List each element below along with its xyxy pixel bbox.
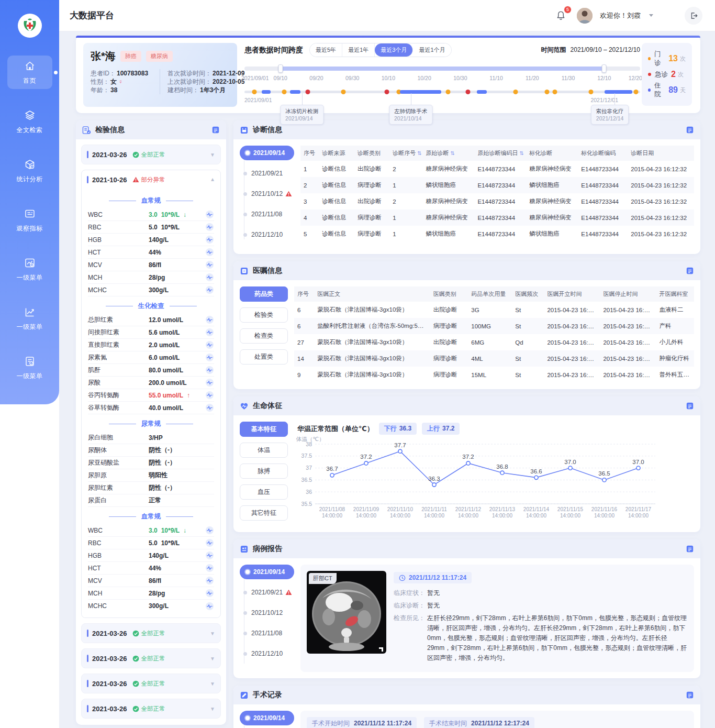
lab-row: RBC5.010*9/L — [88, 537, 214, 549]
report-date-2021/12/10[interactable]: 2021/12/10 — [241, 646, 294, 661]
lab-date-card-header[interactable]: 2021-03-26全部正常▼ — [82, 674, 220, 693]
sidebar-item-一级菜单-6[interactable]: 一级菜单 — [7, 351, 52, 384]
sidebar-item-观察指标-3[interactable]: 观察指标 — [7, 203, 52, 237]
lab-row: 总胆红素12.0 umol/L — [88, 314, 214, 326]
orders-tab-药品类[interactable]: 药品类 — [240, 286, 288, 302]
timeline-date-label: 2021/09/14 — [253, 714, 285, 722]
trend-chart-button[interactable] — [205, 403, 214, 412]
sidebar-item-统计分析-2[interactable]: 统计分析 — [7, 154, 52, 187]
column-header-药品单次用量: 药品单次用量 — [468, 286, 512, 302]
trend-chart-button[interactable] — [205, 260, 214, 269]
report-date-2021/11/08[interactable]: 2021/11/08 — [241, 626, 294, 641]
trend-chart-button[interactable] — [205, 223, 214, 231]
sidebar-item-label: 首页 — [23, 76, 36, 85]
timespan-button-最近5年[interactable]: 最近5年 — [310, 43, 342, 57]
chevron-up-icon[interactable]: ▼ — [210, 177, 215, 183]
timespan-button-最近1个月[interactable]: 最近1个月 — [413, 43, 451, 57]
vitals-tab-体温[interactable]: 体温 — [240, 443, 288, 458]
lab-date-card-header[interactable]: 2021-03-26全部正常▼ — [82, 649, 220, 668]
lab-date-card-header[interactable]: 2021-03-26全部正常▼ — [82, 624, 220, 643]
avatar[interactable] — [577, 8, 593, 24]
diagnosis-date-2021/10/12[interactable]: 2021/10/12 — [241, 186, 294, 201]
lab-item-value: 86/fl — [149, 261, 161, 269]
trend-chart-button[interactable] — [205, 353, 214, 362]
vitals-tab-血压[interactable]: 血压 — [240, 484, 288, 500]
logout-button[interactable] — [685, 7, 702, 25]
time-range-slider[interactable] — [244, 65, 640, 72]
column-header-原始诊断[interactable]: 原始诊断⇅ — [422, 146, 474, 161]
column-header-诊断序号[interactable]: 诊断序号⇅ — [389, 146, 422, 161]
vitals-tab-脉搏[interactable]: 脉搏 — [240, 464, 288, 479]
trend-chart-button[interactable] — [205, 551, 214, 560]
sort-icon[interactable]: ⇅ — [417, 150, 421, 156]
trend-chart-button[interactable] — [205, 328, 214, 337]
table-cell: E1448723344 — [474, 177, 526, 193]
trend-chart-button[interactable] — [205, 378, 214, 387]
trend-chart-button[interactable] — [205, 564, 214, 572]
trend-chart-button[interactable] — [205, 602, 214, 611]
sort-icon[interactable]: ⇅ — [519, 150, 523, 156]
trend-chart-button[interactable] — [205, 366, 214, 374]
lab-date-card-header[interactable]: 2021-03-26全部正常▼ — [82, 145, 220, 164]
report-date-2021/09/14[interactable]: 2021/09/14 — [240, 565, 294, 579]
lab-date-card-header[interactable]: 2021-10-26部分异常▼ — [82, 170, 220, 189]
welcome-text[interactable]: 欢迎你！刘霞 — [600, 11, 641, 20]
diagnosis-date-2021/11/08[interactable]: 2021/11/08 — [241, 207, 294, 222]
orders-tab-检验类[interactable]: 检验类 — [240, 307, 288, 323]
diagnosis-date-2021/09/21[interactable]: 2021/09/21 — [241, 166, 294, 181]
lab-note-icon[interactable] — [211, 126, 220, 134]
timespan-button-最近1年[interactable]: 最近1年 — [342, 43, 375, 57]
vitals-tab-其它特征[interactable]: 其它特征 — [240, 505, 288, 521]
chevron-down-icon[interactable]: ▼ — [210, 681, 215, 687]
trend-chart-button[interactable] — [205, 589, 214, 598]
sort-icon[interactable]: ⇅ — [450, 150, 454, 156]
diagnosis-date-2021/09/14[interactable]: 2021/09/14 — [240, 146, 294, 160]
chevron-down-icon[interactable]: ▼ — [210, 706, 215, 712]
trend-chart-button[interactable] — [205, 210, 214, 219]
section-line — [170, 306, 197, 306]
trend-chart-button[interactable] — [205, 391, 214, 400]
trend-chart-button[interactable] — [205, 315, 214, 324]
chevron-down-icon[interactable]: ▼ — [210, 152, 215, 158]
diagnosis-date-2021/12/10[interactable]: 2021/12/10 — [241, 227, 294, 242]
vitals-tab-基本特征[interactable]: 基本特征 — [240, 422, 288, 437]
trend-chart-button[interactable] — [205, 248, 214, 257]
orders-note-icon[interactable] — [686, 267, 694, 275]
vitals-note-icon[interactable] — [686, 402, 694, 410]
orders-tab-检查类[interactable]: 检查类 — [240, 328, 288, 344]
trend-chart-button[interactable] — [205, 285, 214, 294]
chevron-down-icon[interactable]: ▼ — [210, 656, 215, 661]
trend-chart-button[interactable] — [205, 526, 214, 535]
trend-chart-button[interactable] — [205, 235, 214, 244]
report-date-2021/10/12[interactable]: 2021/10/12 — [241, 605, 294, 620]
sidebar-item-一级菜单-5[interactable]: 一级菜单 — [7, 302, 52, 335]
column-header-原始诊断编码日[interactable]: 原始诊断编码日⇅ — [474, 146, 526, 161]
surgery-note-icon[interactable] — [686, 691, 694, 699]
report-date-2021/09/21[interactable]: 2021/09/21 — [241, 585, 294, 600]
lab-item-value: 3.010*9/L↓ — [149, 527, 186, 534]
trend-chart-button[interactable] — [205, 576, 214, 585]
ct-image[interactable]: 肝部CT — [307, 571, 386, 666]
trend-chart-button[interactable] — [205, 340, 214, 349]
timeline-dot — [243, 632, 247, 635]
sidebar-item-一级菜单-4[interactable]: 一级菜单 — [7, 252, 52, 286]
sidebar-item-全文检索-1[interactable]: 全文检索 — [7, 105, 52, 138]
sidebar-item-首页-0[interactable]: 首页 — [7, 56, 52, 89]
orders-tab-处置类[interactable]: 处置类 — [240, 349, 288, 365]
trend-chart-button[interactable] — [205, 538, 214, 547]
trend-chart-button[interactable] — [205, 273, 214, 282]
chevron-down-icon[interactable]: ▼ — [210, 631, 215, 636]
report-note-icon[interactable] — [686, 545, 694, 553]
surgery-date-2021/09/14[interactable]: 2021/09/14 — [240, 711, 294, 725]
lab-item-value: 28/pg — [149, 590, 165, 597]
chevron-down-icon[interactable] — [649, 14, 653, 17]
diagnosis-note-icon[interactable] — [686, 126, 694, 134]
slider-handle-end[interactable] — [602, 64, 607, 73]
slider-handle-start[interactable] — [278, 64, 283, 73]
patient-field-value: 女 — [110, 78, 117, 86]
notification-bell[interactable]: 5 — [552, 7, 569, 25]
lab-row: 尿酸200.0 umol/L — [88, 377, 214, 389]
lab-date-card-header[interactable]: 2021-03-26全部正常▼ — [82, 699, 220, 718]
field-label: 临床诊断： — [394, 601, 427, 611]
timespan-button-最近3个月[interactable]: 最近3个月 — [375, 43, 413, 57]
